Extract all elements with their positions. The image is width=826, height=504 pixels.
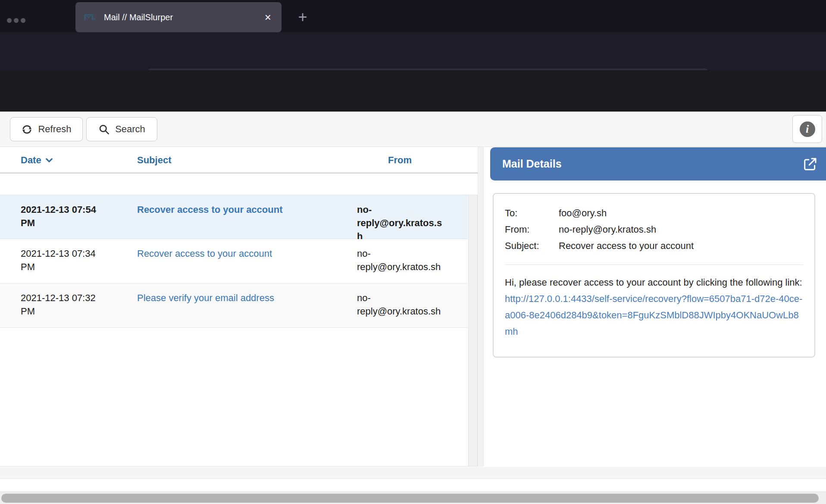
subject-link[interactable]: Recover access to your account xyxy=(137,203,344,216)
search-icon xyxy=(98,124,110,135)
info-button[interactable]: i xyxy=(792,115,822,143)
header-divider xyxy=(0,172,479,174)
pane-divider xyxy=(478,147,484,467)
tab-title: Mail // MailSlurper xyxy=(104,12,263,22)
window-dot[interactable] xyxy=(7,18,12,23)
browser-nav-bar: 127.0.0.1:4436/# 90% xyxy=(0,32,826,70)
cell-date: 2021-12-13 07:54 PM xyxy=(21,203,109,230)
screen: s Mail // MailSlurper × + 127.0.0.1:4436… xyxy=(0,0,826,504)
card-divider xyxy=(505,264,803,265)
mail-body: Hi, please recover access to your accoun… xyxy=(505,274,803,340)
svg-text:s: s xyxy=(93,16,96,21)
window-dot[interactable] xyxy=(14,18,19,23)
mailslurper-favicon-icon: s xyxy=(84,14,97,21)
subject-link[interactable]: Recover access to your account xyxy=(137,247,344,260)
new-tab-button[interactable]: + xyxy=(293,8,312,27)
mail-details-pane: Mail Details To: foo@ory.sh From: no-rep… xyxy=(484,147,826,467)
field-to-label: To: xyxy=(505,205,559,221)
field-to: To: foo@ory.sh xyxy=(505,205,803,221)
cell-from: no-reply@ory.kratos.sh xyxy=(357,291,447,318)
mail-details-card: To: foo@ory.sh From: no-reply@ory.kratos… xyxy=(493,193,815,358)
table-row[interactable]: 2021-12-13 07:32 PM Please verify your e… xyxy=(0,283,468,328)
cell-date: 2021-12-13 07:34 PM xyxy=(21,247,109,274)
sort-desc-icon xyxy=(45,156,53,165)
field-from-label: From: xyxy=(505,221,559,238)
recovery-link[interactable]: http://127.0.0.1:4433/self-service/recov… xyxy=(505,293,802,337)
app-toolbar: Refresh Search i xyxy=(0,112,826,147)
open-external-icon[interactable] xyxy=(802,156,818,172)
close-tab-icon[interactable]: × xyxy=(263,12,273,23)
field-subject-label: Subject: xyxy=(505,238,559,254)
browser-tab-bar: s Mail // MailSlurper × + xyxy=(0,0,826,32)
column-header-subject[interactable]: Subject xyxy=(137,155,171,166)
refresh-button[interactable]: Refresh xyxy=(10,117,83,141)
table-row[interactable]: 2021-12-13 07:34 PM Recover access to yo… xyxy=(0,239,468,283)
horizontal-scrollbar-thumb[interactable] xyxy=(1,494,819,503)
mail-details-header: Mail Details xyxy=(490,147,826,180)
cell-from: no-reply@ory.kratos.sh xyxy=(357,203,447,243)
field-subject: Subject: Recover access to your account xyxy=(505,238,803,254)
field-to-value: foo@ory.sh xyxy=(559,205,607,221)
table-row-selected[interactable]: 2021-12-13 07:54 PM Recover access to yo… xyxy=(0,195,468,239)
app-header: s xyxy=(0,70,826,112)
mail-body-text: Hi, please recover access to your accoun… xyxy=(505,277,802,288)
field-from: From: no-reply@ory.kratos.sh xyxy=(505,221,803,238)
browser-tab[interactable]: s Mail // MailSlurper × xyxy=(75,2,282,32)
search-button[interactable]: Search xyxy=(86,117,157,141)
info-icon: i xyxy=(800,121,815,137)
search-label: Search xyxy=(115,124,145,135)
field-from-value: no-reply@ory.kratos.sh xyxy=(559,221,656,238)
horizontal-scrollbar-track[interactable] xyxy=(0,492,826,504)
mail-details-title: Mail Details xyxy=(502,158,802,170)
cell-date: 2021-12-13 07:32 PM xyxy=(21,291,109,318)
content-area: Date Subject From 2021-12-13 07:54 PM Re… xyxy=(0,147,826,467)
list-scrollbar-track[interactable] xyxy=(468,195,478,467)
subject-link[interactable]: Please verify your email address xyxy=(137,291,344,305)
field-subject-value: Recover access to your account xyxy=(559,238,694,254)
column-header-from[interactable]: From xyxy=(388,155,412,166)
page-bottom-band xyxy=(0,467,826,479)
column-header-date[interactable]: Date xyxy=(21,155,53,166)
window-dot[interactable] xyxy=(21,18,25,23)
window-controls xyxy=(7,18,25,23)
refresh-label: Refresh xyxy=(38,124,71,135)
page-bottom-white xyxy=(0,479,826,492)
refresh-icon xyxy=(21,124,33,135)
cell-from: no-reply@ory.kratos.sh xyxy=(357,247,447,274)
